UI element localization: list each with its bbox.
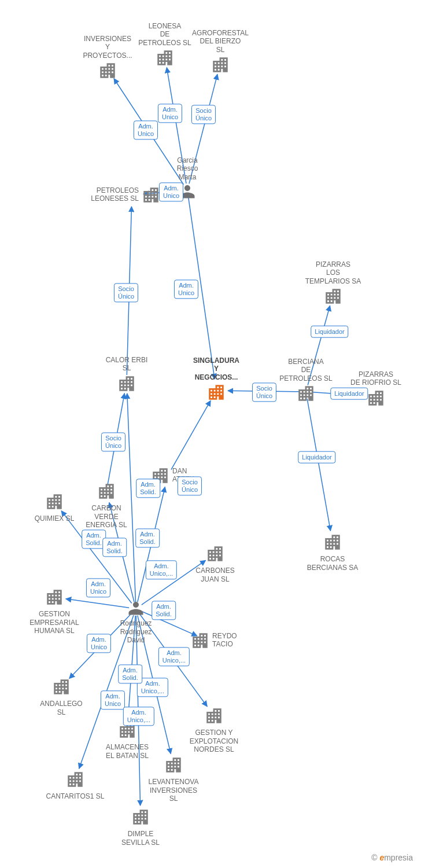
node-label: INVERSIONES Y PROYECTOS... [76,35,139,60]
node-label: Rodriguez Rodriguez David [104,619,168,644]
edge-label: Adm. Unico [159,182,183,201]
edge-label: Adm. Solid. [135,528,160,547]
edge-label: Socio Único [178,476,202,495]
node-label: Garcia Riesco Marta [156,156,219,181]
building-icon [296,384,316,403]
building-icon [164,755,183,775]
building-icon [323,286,343,306]
node-levantenova[interactable]: LEVANTENOVA INVERSIONES SL [142,755,205,803]
node-inversiones[interactable]: INVERSIONES Y PROYECTOS... [76,35,139,83]
node-label: LEONESA DE PETROLEOS SL [133,22,197,47]
node-andallego[interactable]: ANDALLEGO SL [29,677,93,716]
node-carbones_juan[interactable]: CARBONES JUAN SL [183,544,247,583]
building-icon [117,374,136,393]
building-icon [155,48,175,68]
node-label: SINGLADURA Y NEGOCIOS... [184,356,248,381]
node-almacenes[interactable]: ALMACENES EL BATAN SL [95,720,159,760]
node-label: PIZARRAS LOS TEMPLARIOS SA [301,260,365,285]
building-icon [45,492,64,512]
node-label: GESTION EMPRESARIAL HUMANA SL [23,610,86,635]
edge-label: Adm. Unico,... [146,560,177,579]
edge-dan_atetx-singladura [171,400,211,469]
node-petroleos_leoneses[interactable]: PETROLEOS LEONESES SL [62,185,161,205]
node-label: LEVANTENOVA INVERSIONES SL [142,778,205,803]
edge-label: Adm. Unico [134,120,158,139]
edge-label: Adm. Unico,... [123,707,154,726]
node-label: PETROLEOS LEONESES SL [91,186,139,203]
node-label: GESTION Y EXPLOTACION NORDES SL [182,729,246,753]
node-label: ROCAS BERCIANAS SA [301,555,364,572]
building-icon [366,388,386,408]
edge-label: Adm. Unico [101,690,125,709]
person-icon [127,599,145,616]
footer-copyright: © empresia [371,853,413,862]
node-singladura[interactable]: SINGLADURA Y NEGOCIOS... [184,356,248,404]
edge-label: Adm. Unico [87,634,111,653]
node-agroforestal[interactable]: AGROFORESTAL DEL BIERZO SL [189,29,252,77]
node-rocas[interactable]: ROCAS BERCIANAS SA [301,532,364,572]
node-pizarras_templarios[interactable]: PIZARRAS LOS TEMPLARIOS SA [301,260,365,308]
building-icon [190,631,210,650]
edge-label: Adm. Unico [86,578,110,597]
brand-rest: mpresia [384,853,413,862]
edge-label: Liquidador [330,388,368,400]
edge-label: Adm. Solid. [102,538,127,557]
node-carbon_verde[interactable]: CARBON VERDE ENERGIA SL [75,481,138,529]
edge-label: Liquidador [298,451,335,464]
building-icon [323,532,342,552]
node-gestion_nordes[interactable]: GESTION Y EXPLOTACION NORDES SL [182,706,246,754]
node-berciana[interactable]: BERCIANA DE PETROLEOS SL [274,358,338,406]
building-icon [206,382,226,402]
node-label: ANDALLEGO SL [29,700,93,716]
edge-label: Socio Único [101,432,125,451]
edge-label: Socio Único [252,382,276,402]
node-label: CALOR ERBI SL [95,356,158,373]
building-icon [98,61,117,80]
edge-label: Adm. Unico [174,279,198,299]
edge-label: Adm. Solid. [152,601,176,620]
node-label: CANTARITOS1 SL [43,792,107,800]
node-label: REYDO TACIO [212,632,237,649]
node-gestion_humana[interactable]: GESTION EMPRESARIAL HUMANA SL [23,587,86,635]
node-label: PIZARRAS DE RIOFRIO SL [344,370,408,387]
node-reydo[interactable]: REYDO TACIO [190,631,277,650]
edge-label: Adm. Solid. [118,664,142,683]
node-cantaritos[interactable]: CANTARITOS1 SL [43,770,107,801]
edge-berciana-rocas [307,399,330,531]
node-label: BERCIANA DE PETROLEOS SL [274,358,338,382]
edge-label: Adm. Unico,... [158,647,190,666]
building-icon [97,481,116,501]
edge-label: Liquidador [311,326,348,338]
node-label: CARBONES JUAN SL [183,567,247,583]
building-icon [65,770,85,789]
edge-label: Adm. Solid. [136,479,160,498]
node-label: AGROFORESTAL DEL BIERZO SL [189,29,252,54]
building-icon [51,677,71,697]
node-label: DIMPLE SEVILLA SL [109,830,172,847]
building-icon [205,544,225,564]
node-dimple[interactable]: DIMPLE SEVILLA SL [109,807,172,847]
node-calor_erbi[interactable]: CALOR ERBI SL [95,356,158,395]
node-label: CARBON VERDE ENERGIA SL [75,504,138,529]
building-icon [211,55,230,75]
building-icon [204,706,224,726]
building-icon [45,587,64,607]
copyright-symbol: © [371,853,377,862]
edge-label: Adm. Unico [158,104,182,123]
edge-label: Socio Único [191,105,216,124]
building-icon [131,807,150,827]
node-leonesa[interactable]: LEONESA DE PETROLEOS SL [133,22,197,70]
edge-label: Socio Único [114,283,138,302]
